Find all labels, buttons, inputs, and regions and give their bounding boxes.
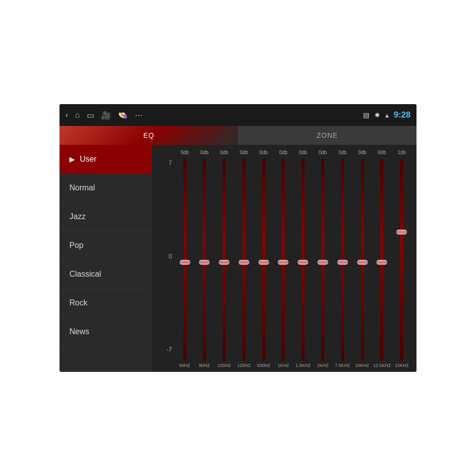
- slider-track-wrap-11[interactable]: [392, 159, 412, 361]
- slider-track-wrap-5[interactable]: [274, 159, 294, 361]
- tab-eq[interactable]: EQ: [60, 126, 238, 145]
- sidebar-item-classical[interactable]: Classical: [60, 260, 152, 289]
- slider-col-15KHZ: 1db15KHZ: [392, 150, 412, 368]
- slider-track-5: [282, 159, 285, 361]
- eq-area: 7 0 -7 0db60HZ0db80HZ0db100HZ0db120HZ0db…: [152, 145, 416, 372]
- slider-col-60HZ: 0db60HZ: [175, 150, 195, 368]
- slider-col-500HZ: 0db500HZ: [254, 150, 274, 368]
- status-right: ▤ ✸ ▴ 9:28: [363, 110, 411, 120]
- slider-thumb-3[interactable]: [238, 260, 249, 265]
- slider-thumb-2[interactable]: [219, 260, 230, 265]
- slider-track-2: [223, 159, 226, 361]
- sidebar-item-news[interactable]: News: [60, 317, 152, 346]
- freq-label-6: 1.5KHZ: [296, 363, 311, 368]
- cast-icon: ▤: [363, 111, 369, 119]
- slider-track-wrap-2[interactable]: [214, 159, 234, 361]
- db-label-4: 0db: [259, 150, 268, 157]
- sidebar-item-rock[interactable]: Rock: [60, 289, 152, 317]
- clock: 9:28: [394, 110, 411, 120]
- back-icon[interactable]: ‹: [65, 111, 68, 119]
- home-icon[interactable]: ⌂: [75, 111, 80, 119]
- slider-track-8: [341, 159, 344, 361]
- freq-label-11: 15KHZ: [395, 363, 409, 368]
- freq-label-0: 60HZ: [179, 363, 190, 368]
- slider-track-wrap-0[interactable]: [175, 159, 195, 361]
- camera-icon[interactable]: 🎥: [101, 111, 111, 120]
- tab-zone[interactable]: ZONE: [238, 126, 416, 145]
- slider-col-10KHZ: 0db10KHZ: [353, 150, 372, 368]
- slider-col-2KHZ: 0db2KHZ: [313, 150, 333, 368]
- slider-col-15KHZ: 0db1.5KHZ: [293, 150, 313, 368]
- sidebar-item-user[interactable]: ▶ User: [60, 145, 152, 174]
- slider-track-wrap-6[interactable]: [293, 159, 313, 361]
- freq-label-10: 12.5KHZ: [373, 363, 391, 368]
- tab-bar: EQ ZONE: [60, 126, 416, 145]
- slider-track-wrap-4[interactable]: [254, 159, 274, 361]
- freq-label-8: 7.5KHZ: [335, 363, 351, 368]
- db-label-8: 0db: [338, 150, 347, 157]
- slider-thumb-1[interactable]: [199, 260, 210, 265]
- slider-track-10: [380, 159, 383, 361]
- slider-track-11: [400, 159, 403, 361]
- slider-thumb-10[interactable]: [376, 260, 387, 265]
- freq-label-9: 10KHZ: [356, 363, 369, 368]
- db-label-5: 0db: [279, 150, 288, 157]
- recent-apps-icon[interactable]: ▭: [87, 111, 94, 120]
- slider-col-80HZ: 0db80HZ: [194, 150, 214, 368]
- slider-thumb-6[interactable]: [298, 260, 308, 265]
- slider-col-75KHZ: 0db7.5KHZ: [333, 150, 353, 368]
- db-label-7: 0db: [319, 150, 327, 157]
- sidebar: ▶ User Normal Jazz Pop Classical Rock Ne…: [60, 145, 152, 372]
- slider-track-6: [301, 159, 304, 361]
- freq-label-1: 80HZ: [199, 363, 210, 368]
- slider-track-1: [203, 159, 206, 361]
- slider-track-0: [183, 159, 186, 361]
- db-label-11: 1db: [398, 150, 406, 157]
- slider-col-1KHZ: 0db1KHZ: [274, 150, 294, 368]
- eq-sliders-container: 7 0 -7 0db60HZ0db80HZ0db100HZ0db120HZ0db…: [167, 150, 412, 368]
- db-label-0: 0db: [180, 150, 189, 157]
- slider-track-wrap-9[interactable]: [353, 159, 372, 361]
- freq-label-4: 500HZ: [257, 363, 270, 368]
- slider-thumb-11[interactable]: [396, 230, 407, 235]
- play-icon: ▶: [69, 155, 75, 163]
- slider-track-wrap-3[interactable]: [234, 159, 254, 361]
- slider-thumb-4[interactable]: [258, 260, 269, 265]
- slider-thumb-7[interactable]: [317, 260, 328, 265]
- db-label-1: 0db: [200, 150, 209, 157]
- main-content: ▶ User Normal Jazz Pop Classical Rock Ne…: [60, 145, 416, 372]
- sliders-grid: 0db60HZ0db80HZ0db100HZ0db120HZ0db500HZ0d…: [175, 150, 412, 368]
- sidebar-item-jazz[interactable]: Jazz: [60, 202, 152, 231]
- slider-track-7: [321, 159, 324, 361]
- db-label-2: 0db: [220, 150, 229, 157]
- slider-track-3: [242, 159, 245, 361]
- status-bar: ‹ ⌂ ▭ 🎥 👒 ⋯ ▤ ✸ ▴ 9:28: [60, 104, 416, 126]
- slider-thumb-5[interactable]: [278, 260, 289, 265]
- slider-track-9: [361, 159, 364, 361]
- sidebar-item-pop[interactable]: Pop: [60, 231, 152, 260]
- db-label-9: 0db: [358, 150, 366, 157]
- slider-thumb-9[interactable]: [357, 260, 368, 265]
- freq-label-2: 100HZ: [218, 363, 231, 368]
- bluetooth-icon: ✸: [374, 111, 380, 119]
- slider-thumb-0[interactable]: [179, 260, 190, 265]
- slider-col-125KHZ: 0db12.5KHZ: [372, 150, 392, 368]
- freq-label-5: 1KHZ: [278, 363, 289, 368]
- slider-col-120HZ: 0db120HZ: [234, 150, 254, 368]
- settings-icon[interactable]: 👒: [118, 111, 128, 120]
- sidebar-item-normal[interactable]: Normal: [60, 174, 152, 202]
- slider-track-wrap-7[interactable]: [313, 159, 333, 361]
- slider-thumb-8[interactable]: [337, 260, 348, 265]
- wifi-icon: ▴: [385, 111, 389, 119]
- slider-track-wrap-8[interactable]: [333, 159, 353, 361]
- db-label-10: 0db: [378, 150, 386, 157]
- slider-col-100HZ: 0db100HZ: [214, 150, 234, 368]
- slider-track-4: [262, 159, 265, 361]
- freq-label-7: 2KHZ: [317, 363, 329, 368]
- more-icon[interactable]: ⋯: [135, 111, 143, 120]
- eq-scale: 7 0 -7: [167, 150, 175, 368]
- db-label-3: 0db: [240, 150, 248, 157]
- device-frame: ‹ ⌂ ▭ 🎥 👒 ⋯ ▤ ✸ ▴ 9:28 EQ ZONE ▶ User: [60, 104, 416, 372]
- slider-track-wrap-10[interactable]: [372, 159, 392, 361]
- slider-track-wrap-1[interactable]: [194, 159, 214, 361]
